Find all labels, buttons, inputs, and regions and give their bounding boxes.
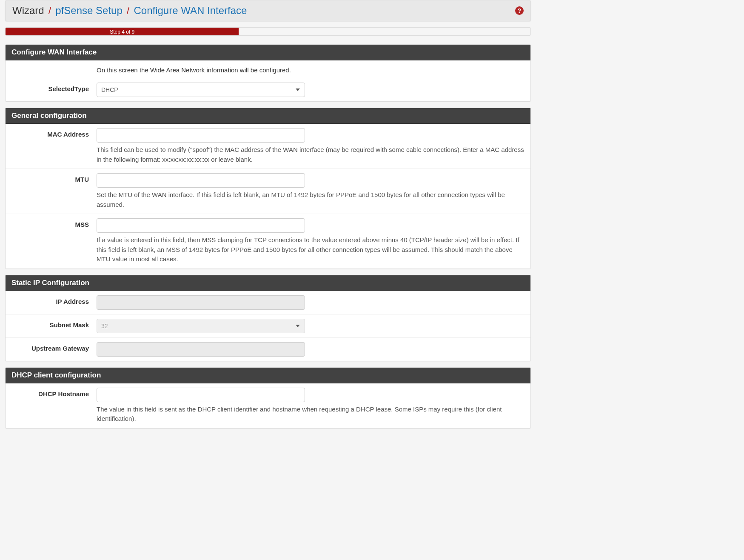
mtu-help: Set the MTU of the WAN interface. If thi… xyxy=(97,190,525,209)
gateway-input xyxy=(97,342,305,357)
ip-input xyxy=(97,295,305,310)
subnet-select: 32 xyxy=(97,319,305,333)
breadcrumb-sep-2: / xyxy=(125,5,131,17)
panel-wan: Configure WAN Interface On this screen t… xyxy=(5,44,531,102)
mss-label: MSS xyxy=(11,218,97,228)
panel-static-ip-title: Static IP Configuration xyxy=(6,275,530,291)
gateway-label: Upstream Gateway xyxy=(11,342,97,352)
breadcrumb: Wizard / pfSense Setup / Configure WAN I… xyxy=(5,0,531,21)
breadcrumb-root: Wizard xyxy=(12,5,44,17)
ip-label: IP Address xyxy=(11,295,97,305)
dhcp-hostname-help: The value in this field is sent as the D… xyxy=(97,405,525,424)
panel-dhcp: DHCP client configuration DHCP Hostname … xyxy=(5,367,531,429)
wan-intro-text: On this screen the Wide Area Network inf… xyxy=(97,65,525,74)
selected-type-select[interactable]: DHCP xyxy=(97,83,305,97)
panel-dhcp-title: DHCP client configuration xyxy=(6,368,530,383)
mac-input[interactable] xyxy=(97,128,305,143)
mac-label: MAC Address xyxy=(11,128,97,138)
mtu-input[interactable] xyxy=(97,173,305,188)
panel-general: General configuration MAC Address This f… xyxy=(5,108,531,269)
mss-help: If a value is entered in this field, the… xyxy=(97,235,525,264)
panel-general-title: General configuration xyxy=(6,108,530,124)
wizard-progress-bar: Step 4 of 9 xyxy=(6,28,239,35)
empty-label xyxy=(11,65,97,67)
breadcrumb-link-setup[interactable]: pfSense Setup xyxy=(55,5,122,17)
wizard-progress: Step 4 of 9 xyxy=(5,27,531,36)
breadcrumb-sep-1: / xyxy=(47,5,53,17)
mss-input[interactable] xyxy=(97,218,305,233)
panel-wan-title: Configure WAN Interface xyxy=(6,45,530,60)
dhcp-hostname-label: DHCP Hostname xyxy=(11,388,97,397)
help-icon[interactable]: ? xyxy=(515,6,524,15)
dhcp-hostname-input[interactable] xyxy=(97,388,305,402)
panel-static-ip: Static IP Configuration IP Address Subne… xyxy=(5,275,531,361)
breadcrumb-link-page[interactable]: Configure WAN Interface xyxy=(134,5,247,17)
mac-help: This field can be used to modify ("spoof… xyxy=(97,145,525,164)
subnet-label: Subnet Mask xyxy=(11,319,97,329)
mtu-label: MTU xyxy=(11,173,97,183)
selected-type-label: SelectedType xyxy=(11,83,97,92)
